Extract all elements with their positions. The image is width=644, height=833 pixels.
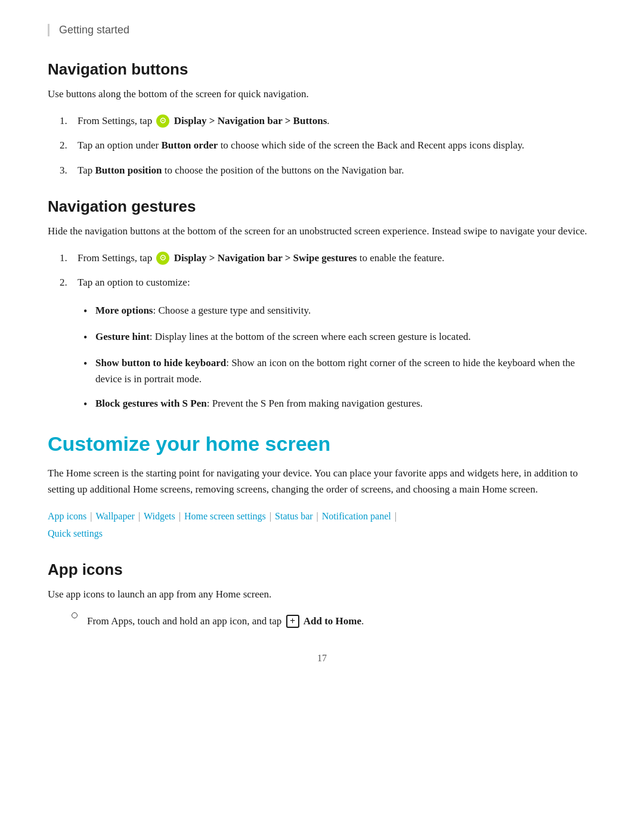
link-bar: App icons | Wallpaper | Widgets | Home s… (48, 508, 596, 543)
link-status-bar[interactable]: Status bar (275, 511, 313, 521)
list-item: • Gesture hint: Display lines at the bot… (83, 329, 596, 346)
separator: | (392, 511, 397, 521)
link-notification-panel[interactable]: Notification panel (322, 511, 391, 521)
nav-gestures-list: 1. From Settings, tap Display > Navigati… (60, 250, 596, 290)
add-to-home-icon (286, 615, 299, 628)
link-app-icons[interactable]: App icons (48, 511, 86, 521)
list-item: 2. Tap an option under Button order to c… (60, 137, 596, 153)
header-text: Getting started (59, 24, 129, 36)
list-item: • Block gestures with S Pen: Prevent the… (83, 395, 596, 413)
customize-title: Customize your home screen (48, 432, 596, 456)
page-number: 17 (48, 653, 596, 664)
settings-icon (156, 252, 169, 265)
nav-buttons-title: Navigation buttons (48, 60, 596, 79)
app-icons-list: From Apps, touch and hold an app icon, a… (72, 613, 596, 629)
separator: | (267, 511, 274, 521)
app-icons-desc: Use app icons to launch an app from any … (48, 586, 596, 602)
settings-icon (156, 114, 169, 128)
nav-gestures-desc: Hide the navigation buttons at the botto… (48, 223, 596, 239)
nav-buttons-list: 1. From Settings, tap Display > Navigati… (60, 113, 596, 178)
nav-gestures-title: Navigation gestures (48, 197, 596, 216)
separator: | (177, 511, 183, 521)
list-item: 3. Tap Button position to choose the pos… (60, 162, 596, 178)
nav-buttons-desc: Use buttons along the bottom of the scre… (48, 86, 596, 102)
link-home-screen-settings[interactable]: Home screen settings (184, 511, 266, 521)
app-icons-section: App icons Use app icons to launch an app… (48, 561, 596, 629)
list-item: From Apps, touch and hold an app icon, a… (72, 613, 596, 629)
list-item: 1. From Settings, tap Display > Navigati… (60, 250, 596, 266)
circle-bullet-icon (72, 612, 78, 618)
bullet-icon: • (83, 303, 89, 320)
gestures-bullet-list: • More options: Choose a gesture type an… (83, 302, 596, 413)
link-widgets[interactable]: Widgets (144, 511, 175, 521)
link-wallpaper[interactable]: Wallpaper (96, 511, 135, 521)
list-item: 2. Tap an option to customize: (60, 274, 596, 290)
bullet-icon: • (83, 396, 89, 413)
customize-section: Customize your home screen The Home scre… (48, 432, 596, 543)
app-icons-title: App icons (48, 561, 596, 579)
separator: | (314, 511, 321, 521)
bullet-icon: • (83, 329, 89, 346)
list-item: • Show button to hide keyboard: Show an … (83, 355, 596, 387)
bullet-icon: • (83, 355, 89, 373)
separator: | (88, 511, 94, 521)
list-item: • More options: Choose a gesture type an… (83, 302, 596, 320)
page-header: Getting started (48, 24, 596, 36)
nav-buttons-section: Navigation buttons Use buttons along the… (48, 60, 596, 178)
nav-gestures-section: Navigation gestures Hide the navigation … (48, 197, 596, 413)
list-item: 1. From Settings, tap Display > Navigati… (60, 113, 596, 129)
customize-desc: The Home screen is the starting point fo… (48, 465, 596, 497)
link-quick-settings[interactable]: Quick settings (48, 528, 103, 538)
separator: | (136, 511, 143, 521)
